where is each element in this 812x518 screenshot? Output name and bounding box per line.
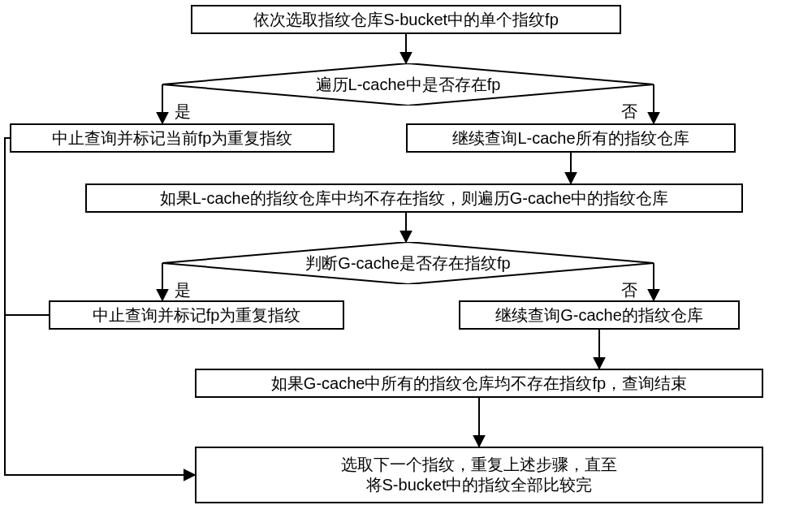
box-next-line2: 将S-bucket中的指纹全部比较完 (366, 475, 593, 495)
box-continueL-text: 继续查询L-cache所有的指纹仓库 (452, 128, 689, 149)
box-next: 选取下一个指纹，重复上述步骤，直至 将S-bucket中的指纹全部比较完 (195, 447, 763, 503)
box-continueG-text: 继续查询G-cache的指纹仓库 (495, 305, 703, 326)
box-stop1-text: 中止查询并标记当前fp为重复指纹 (52, 128, 293, 149)
box-stop2: 中止查询并标记fp为重复指纹 (49, 300, 344, 330)
box-endQuery-text: 如果G-cache中所有的指纹仓库均不存在指纹fp，查询结束 (271, 373, 687, 394)
box-start: 依次选取指纹仓库S-bucket中的单个指纹fp (191, 5, 621, 34)
box-start-text: 依次选取指纹仓库S-bucket中的单个指纹fp (253, 10, 559, 30)
box-stop2-text: 中止查询并标记fp为重复指纹 (93, 305, 301, 326)
decision-lcache: 遍历L-cache中是否存在fp (162, 63, 654, 106)
box-continueL: 继续查询L-cache所有的指纹仓库 (406, 123, 736, 153)
svg-marker-0 (162, 63, 654, 106)
diamond-shape-1 (162, 63, 654, 106)
diamond-shape-2 (162, 242, 654, 284)
box-checkG: 如果L-cache的指纹仓库中均不存在指纹，则遍历G-cache中的指纹仓库 (85, 183, 743, 213)
box-checkG-text: 如果L-cache的指纹仓库中均不存在指纹，则遍历G-cache中的指纹仓库 (160, 188, 669, 209)
box-endQuery: 如果G-cache中所有的指纹仓库均不存在指纹fp，查询结束 (195, 369, 763, 398)
box-stop1: 中止查询并标记当前fp为重复指纹 (10, 123, 335, 153)
box-continueG: 继续查询G-cache的指纹仓库 (459, 300, 740, 330)
decision-gcache: 判断G-cache是否存在指纹fp (162, 242, 654, 284)
svg-marker-1 (162, 242, 654, 284)
box-next-line1: 选取下一个指纹，重复上述步骤，直至 (341, 455, 617, 475)
